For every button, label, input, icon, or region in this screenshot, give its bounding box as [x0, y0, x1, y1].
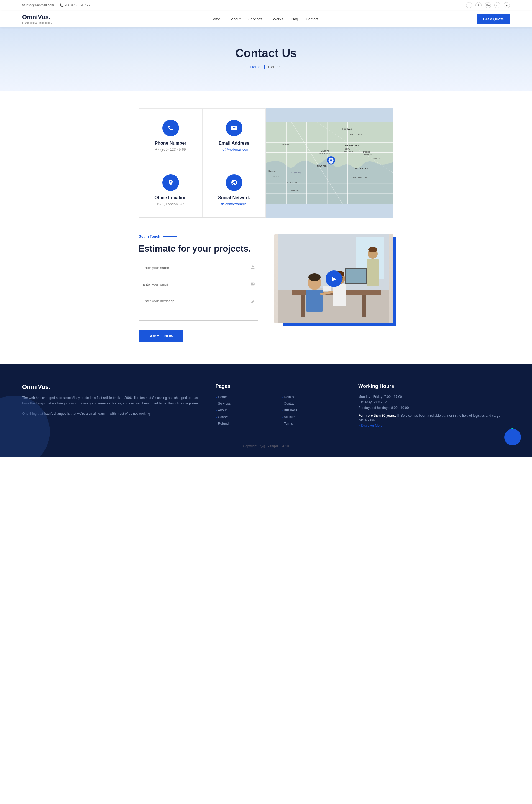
footer-link-refund[interactable]: Refund: [215, 421, 276, 426]
youtube-icon[interactable]: ▶: [504, 2, 510, 8]
map-box: HARLEM North Bergen Secaucus MANHATTAN U…: [266, 108, 394, 218]
location-card: Office Location 12/A, London, UK: [139, 163, 202, 217]
phone-card: Phone Number +7 (800) 123 45 69: [139, 108, 202, 163]
message-icon: [250, 300, 255, 305]
top-bar: ✉ info@webmail.com 📞 786 875 864 75 7 f …: [0, 0, 532, 11]
nav-contact[interactable]: Contact: [306, 17, 318, 21]
message-field-wrap: [138, 295, 258, 322]
svg-text:North Bergen: North Bergen: [350, 133, 362, 135]
message-input[interactable]: [138, 295, 258, 321]
footer-circle-blue: [504, 429, 521, 445]
phone-card-value: +7 (800) 123 45 69: [155, 147, 186, 152]
nav-about[interactable]: About: [231, 17, 241, 21]
nav-home[interactable]: Home +: [211, 17, 223, 21]
contact-info-wrapper: Phone Number +7 (800) 123 45 69 Email Ad…: [133, 108, 399, 218]
social-card-value: fb.com/example: [222, 202, 247, 206]
footer-link-contact[interactable]: Contact: [282, 401, 342, 406]
footer-link-affiliate[interactable]: Affiliate: [282, 415, 342, 419]
footer-brand-col: OmniVus. The web has changed a lot since…: [22, 383, 199, 427]
logo-tagline: IT Service & Technology: [22, 21, 52, 24]
svg-point-34: [330, 159, 332, 161]
discover-more-link[interactable]: » Discover More: [358, 424, 510, 427]
wh-strong-label: For more then 30 years,: [358, 414, 396, 418]
location-card-title: Office Location: [154, 195, 187, 200]
team-image: ▶: [274, 234, 394, 323]
footer-link-details[interactable]: Details: [282, 395, 342, 399]
wh-item-2: Saturday: 7:00 - 12:00: [358, 400, 510, 404]
svg-point-48: [308, 273, 321, 281]
social-card-link[interactable]: fb.com/example: [222, 202, 247, 206]
phone-circle-icon: [163, 120, 179, 136]
twitter-icon[interactable]: t: [475, 2, 481, 8]
social-links: f t B+ in ▶: [466, 2, 510, 8]
social-card-title: Social Network: [218, 195, 250, 200]
svg-text:HAY RIDGE: HAY RIDGE: [291, 189, 302, 191]
svg-rect-49: [306, 290, 323, 312]
footer-pages-grid: Home Details Services Contact About Busi…: [215, 395, 342, 426]
email-field-wrap: [138, 279, 258, 290]
breadcrumb-current: Contact: [268, 65, 282, 69]
phone-info: 📞 786 875 864 75 7: [60, 3, 91, 7]
linkedin-icon[interactable]: in: [494, 2, 500, 8]
footer-link-about[interactable]: About: [215, 408, 276, 413]
facebook-icon[interactable]: f: [466, 2, 472, 8]
svg-rect-46: [346, 269, 366, 283]
name-field-wrap: [138, 262, 258, 273]
navbar: OmniVus. IT Service & Technology Home + …: [0, 11, 532, 27]
play-icon: ▶: [332, 275, 336, 282]
svg-text:Secaucus: Secaucus: [281, 143, 289, 146]
breadcrumb-separator: |: [264, 65, 265, 69]
section-title: Estimate for your projects.: [138, 243, 258, 254]
email-card: Email Address info@webmail.com: [202, 108, 266, 163]
location-circle-icon: [163, 174, 179, 191]
breadcrumb-home[interactable]: Home: [250, 65, 261, 69]
svg-point-58: [368, 247, 377, 252]
email-icon: ✉: [22, 3, 25, 7]
location-card-value: 12/A, London, UK: [156, 202, 185, 206]
svg-text:ELMHURST: ELMHURST: [372, 157, 382, 159]
social-circle-icon: [226, 174, 243, 191]
person-icon: [250, 265, 255, 271]
footer-link-terms[interactable]: Terms: [282, 421, 342, 426]
copyright-text: Copyright By@Example - 2019: [243, 444, 289, 448]
logo[interactable]: OmniVus. IT Service & Technology: [22, 14, 52, 24]
footer-link-career[interactable]: Career: [215, 415, 276, 419]
svg-text:MIDTOWN: MIDTOWN: [321, 150, 330, 152]
name-input[interactable]: [138, 262, 258, 273]
footer-desc-2: One thing that hasn't changed is that we…: [22, 411, 199, 416]
submit-button[interactable]: Submit Now: [138, 330, 184, 342]
footer-link-services[interactable]: Services: [215, 401, 276, 406]
email-link[interactable]: info@webmail.com: [26, 3, 54, 7]
behance-icon[interactable]: B+: [485, 2, 491, 8]
svg-text:EAST SIDE: EAST SIDE: [344, 150, 353, 152]
email-card-link[interactable]: info@webmail.com: [218, 147, 249, 152]
top-bar-left: ✉ info@webmail.com 📞 786 875 864 75 7: [22, 3, 91, 7]
svg-text:BROOKLYN: BROOKLYN: [355, 167, 368, 170]
social-card: Social Network fb.com/example: [202, 163, 266, 217]
svg-rect-60: [323, 286, 331, 291]
email-field-icon: [250, 282, 255, 287]
footer-desc-1: The web has changed a lot since Vitaly p…: [22, 395, 199, 406]
section-tag: Get In Touch: [138, 234, 258, 238]
email-card-value: info@webmail.com: [218, 147, 249, 152]
get-quote-button[interactable]: Get A Quote: [477, 14, 510, 24]
email-circle-icon: [226, 120, 243, 136]
play-button[interactable]: ▶: [326, 270, 342, 287]
svg-rect-59: [366, 259, 379, 286]
email-input[interactable]: [138, 279, 258, 290]
wh-item-1: Monday - Friday: 7:00 - 17:00: [358, 395, 510, 399]
nav-services[interactable]: Services +: [248, 17, 265, 21]
nav-blog[interactable]: Blog: [291, 17, 298, 21]
form-side: Get In Touch Estimate for your projects.…: [138, 234, 258, 342]
hero-section: Contact Us Home | Contact: [0, 27, 532, 92]
wh-strong-text: For more then 30 years, IT Service has b…: [358, 414, 510, 421]
phone-card-title: Phone Number: [155, 141, 187, 146]
footer-link-home[interactable]: Home: [215, 395, 276, 399]
email-info: ✉ info@webmail.com: [22, 3, 54, 7]
svg-text:PARK SLOPE: PARK SLOPE: [286, 182, 298, 184]
nav-links: Home + About Services + Works Blog Conta…: [211, 17, 318, 21]
nav-works[interactable]: Works: [273, 17, 283, 21]
svg-text:MANHATTAN: MANHATTAN: [345, 144, 359, 147]
email-card-title: Email Address: [218, 141, 249, 146]
footer-link-business[interactable]: Business: [282, 408, 342, 413]
